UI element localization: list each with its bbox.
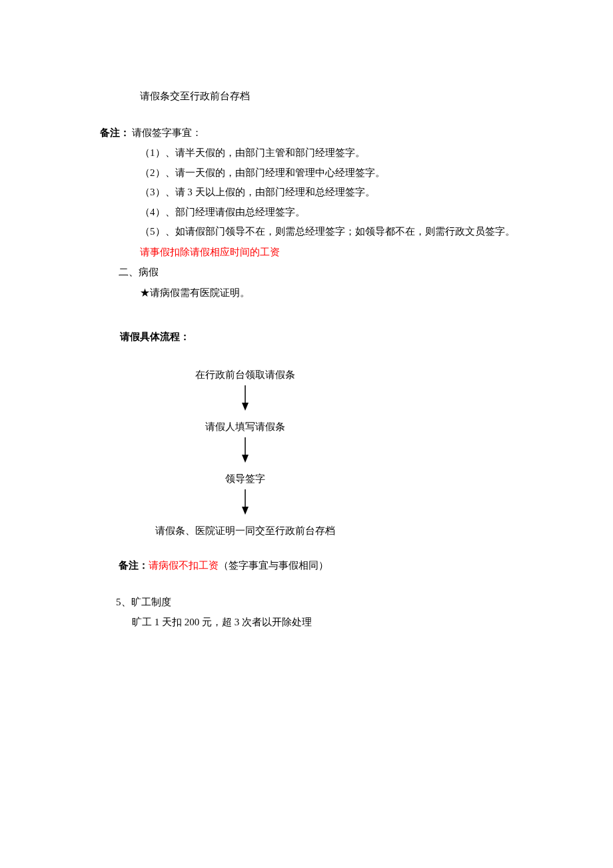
hospital-proof-note: ★请病假需有医院证明。 — [140, 283, 520, 303]
note1-item-3: （3）、请 3 天以上假的，由部门经理和总经理签字。 — [140, 183, 520, 202]
flow-step-2: 请假人填写请假条 — [145, 417, 345, 437]
flow-step-4: 请假条、医院证明一同交至行政前台存档 — [119, 521, 372, 541]
note1-item-2: （2）、请一天假的，由部门经理和管理中心经理签字。 — [140, 163, 520, 183]
note2-block: 备注：请病假不扣工资（签字事宜与事假相同） — [119, 556, 520, 575]
note1-block: 备注： 请假签字事宜： — [100, 123, 520, 143]
note1-label: 备注： — [100, 123, 132, 143]
note2-label: 备注： — [119, 560, 149, 571]
note2-rest: （签字事宜与事假相同） — [219, 560, 328, 571]
sick-leave-no-deduction: 请病假不扣工资 — [149, 560, 219, 571]
note1-item-4: （4）、部门经理请假由总经理签字。 — [140, 203, 520, 222]
filing-line: 请假条交至行政前台存档 — [140, 87, 520, 106]
svg-marker-3 — [242, 455, 249, 463]
arrow-down-icon — [145, 488, 345, 521]
flow-diagram: 在行政前台领取请假条 请假人填写请假条 领导签字 请假条、医院证明一同交至行政前… — [119, 365, 520, 541]
flow-step-3: 领导签字 — [145, 469, 345, 489]
arrow-down-icon — [145, 384, 345, 417]
note1-items: （1）、请半天假的，由部门主管和部门经理签字。 （2）、请一天假的，由部门经理和… — [140, 143, 520, 241]
arrow-down-icon — [145, 436, 345, 469]
svg-marker-1 — [242, 403, 249, 411]
flow-step-1: 在行政前台领取请假条 — [145, 365, 345, 385]
note1-title: 请假签字事宜： — [132, 123, 520, 143]
absence-penalty: 旷工 1 天扣 200 元，超 3 次者以开除处理 — [132, 613, 520, 632]
section-5-heading: 5、旷工制度 — [116, 593, 520, 612]
note1-item-5: （5）、如请假部门领导不在，则需总经理签字；如领导都不在，则需行政文员签字。 — [140, 222, 520, 241]
note1-item-1: （1）、请半天假的，由部门主管和部门经理签字。 — [140, 143, 520, 163]
svg-marker-5 — [242, 507, 249, 515]
personal-leave-deduction: 请事假扣除请假相应时间的工资 — [140, 243, 520, 262]
section-2-heading: 二、病假 — [119, 263, 520, 282]
flow-title: 请假具体流程： — [120, 327, 520, 347]
